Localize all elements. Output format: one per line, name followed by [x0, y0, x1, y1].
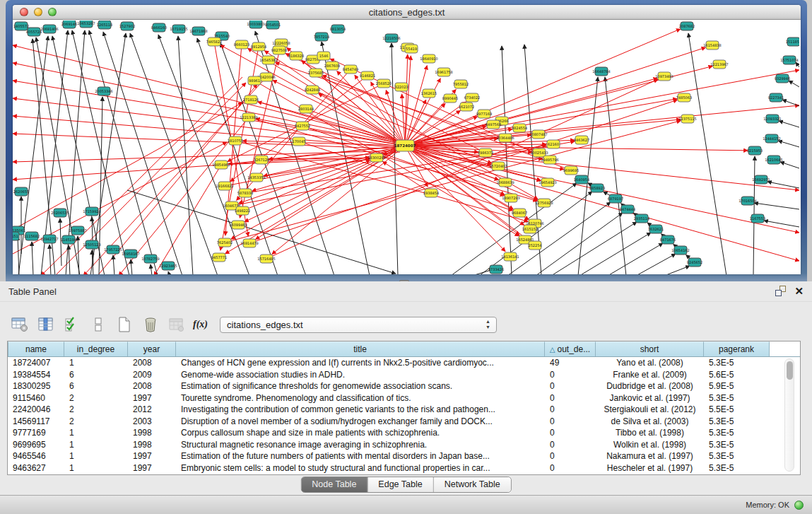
graph-edge[interactable]: [605, 77, 626, 274]
graph-node[interactable]: 10653287: [77, 21, 95, 28]
graph-node[interactable]: 10782759: [141, 255, 159, 263]
cell-title[interactable]: Disruption of a novel member of a sodium…: [176, 416, 545, 428]
graph-node[interactable]: 16154838: [703, 41, 721, 49]
table-row[interactable]: 977716911998Corpus callosum shape and si…: [8, 427, 800, 439]
graph-node[interactable]: 20053346: [95, 87, 112, 95]
graph-node[interactable]: 9977169: [476, 110, 492, 118]
graph-node[interactable]: 2620655: [13, 187, 29, 196]
cell-in_degree[interactable]: 1: [64, 357, 128, 369]
graph-node[interactable]: 7485063: [676, 93, 692, 102]
cell-out_degree[interactable]: 0: [545, 416, 596, 428]
graph-node[interactable]: 62160: [547, 140, 560, 148]
cell-title[interactable]: Genome-wide association studies in ADHD.: [176, 369, 545, 381]
column-header-name[interactable]: name: [8, 341, 64, 356]
graph-node[interactable]: 2375685: [308, 69, 324, 77]
graph-node[interactable]: 18300295: [367, 153, 385, 162]
graph-node[interactable]: 16099469: [229, 221, 247, 229]
cell-short[interactable]: Jankovic et al. (1997): [596, 392, 704, 404]
graph-edge[interactable]: [60, 218, 61, 266]
graph-node[interactable]: 9242848: [305, 86, 320, 94]
graph-edge[interactable]: [779, 121, 799, 127]
graph-node[interactable]: 9684067: [512, 209, 527, 217]
graph-edge[interactable]: [608, 243, 663, 274]
cell-name[interactable]: 22420046: [8, 404, 64, 416]
graph-node[interactable]: 9054501: [265, 21, 281, 29]
graph-node[interactable]: 7986372: [478, 148, 493, 157]
cell-title[interactable]: Corpus callosum shape and size in male p…: [176, 427, 545, 439]
table-row[interactable]: 911546021997Tourette syndrome. Phenomeno…: [8, 392, 800, 404]
graph-node[interactable]: 8990445: [442, 94, 458, 103]
cell-year[interactable]: 1998: [128, 427, 176, 439]
graph-node[interactable]: 1265118: [97, 21, 112, 29]
column-header-short[interactable]: short: [596, 341, 704, 356]
graph-node[interactable]: 8186328: [288, 52, 304, 60]
graph-node[interactable]: 9463627: [574, 136, 589, 144]
graph-node[interactable]: 1621072: [459, 103, 474, 111]
cell-pagerank[interactable]: 5.3E-5: [704, 439, 770, 451]
graph-node[interactable]: 15720407: [489, 162, 507, 170]
graph-node[interactable]: 12756928: [535, 199, 553, 207]
cell-name[interactable]: 9699695: [8, 439, 64, 451]
table-row[interactable]: 946554611997Estimation of the future num…: [8, 450, 800, 462]
cell-out_degree[interactable]: 0: [545, 369, 596, 381]
network-window-titlebar[interactable]: citations_edges.txt: [13, 5, 801, 20]
cell-year[interactable]: 2008: [128, 380, 176, 392]
cell-title[interactable]: Investigating the contribution of common…: [176, 404, 545, 416]
table-selector-dropdown[interactable]: citations_edges.txt ▲▼: [220, 317, 497, 333]
graph-node[interactable]: 20364486: [496, 134, 514, 142]
graph-node[interactable]: 18640910: [420, 54, 437, 63]
graph-node[interactable]: 10688639: [496, 178, 514, 187]
cell-short[interactable]: Franke et al. (2009): [596, 369, 704, 381]
cell-name[interactable]: 9777169: [8, 427, 64, 439]
minimize-window-button[interactable]: [34, 8, 42, 16]
function-builder-icon[interactable]: f(x): [193, 319, 208, 330]
row-selection-icon[interactable]: [62, 315, 82, 334]
graph-edge[interactable]: [664, 266, 690, 274]
graph-node[interactable]: 15716485: [257, 255, 275, 263]
graph-node[interactable]: 9227341: [768, 93, 784, 102]
column-header-out_degree[interactable]: △out_de...: [545, 341, 596, 356]
graph-node[interactable]: 12375115: [678, 115, 696, 123]
graph-edge[interactable]: [131, 259, 132, 274]
cell-title[interactable]: Estimation of significance thresholds fo…: [176, 380, 545, 392]
cell-name[interactable]: 19384554: [8, 369, 64, 381]
network-canvas-area[interactable]: 1405572405572420691406206914610653287126…: [13, 21, 801, 274]
graph-node[interactable]: 19854962: [212, 160, 230, 169]
graph-node[interactable]: 1115682: [24, 232, 40, 240]
delete-table-icon[interactable]: [141, 315, 160, 334]
cell-name[interactable]: 9463627: [8, 462, 64, 474]
graph-node[interactable]: 14353354: [247, 173, 265, 182]
graph-edge[interactable]: [178, 36, 193, 274]
graph-edge[interactable]: [405, 54, 408, 146]
graph-node[interactable]: 10975887: [69, 226, 86, 235]
graph-node[interactable]: 7632621: [648, 225, 664, 233]
cell-pagerank[interactable]: 5.3E-5: [704, 462, 770, 474]
cell-name[interactable]: 18300295: [8, 380, 64, 392]
graph-node[interactable]: 12444152: [763, 134, 780, 143]
graph-node[interactable]: 19654923: [539, 178, 556, 187]
graph-edge[interactable]: [789, 81, 799, 87]
graph-node[interactable]: 1640954: [574, 175, 589, 184]
graph-node[interactable]: 16545382: [259, 56, 277, 64]
graph-edge[interactable]: [258, 102, 405, 146]
graph-node[interactable]: 9457771: [211, 253, 227, 262]
table-row[interactable]: 946362711997Embryonic stem cells: a mode…: [8, 462, 800, 474]
cell-year[interactable]: 1997: [128, 462, 176, 474]
vertical-scrollbar[interactable]: [784, 358, 794, 472]
graph-node[interactable]: 1733426: [488, 265, 504, 274]
graph-edge[interactable]: [782, 100, 799, 106]
graph-node[interactable]: 12218506: [382, 34, 400, 42]
graph-node[interactable]: 12093321: [763, 115, 781, 123]
graph-edge[interactable]: [405, 29, 681, 146]
table-row[interactable]: 1830029562008Estimation of significance …: [8, 380, 800, 392]
cell-title[interactable]: Estimation of the future numbers of pati…: [176, 450, 545, 462]
graph-node[interactable]: 8466160: [151, 23, 167, 32]
table-row[interactable]: 2242004622012Investigating the contribut…: [8, 404, 800, 416]
float-panel-icon[interactable]: [775, 286, 786, 296]
graph-edge[interactable]: [249, 100, 678, 243]
attribute-table[interactable]: namein_degreeyeartitle△out_de...shortpag…: [7, 341, 801, 475]
graph-node[interactable]: 8427552: [295, 122, 310, 130]
graph-edge[interactable]: [168, 271, 170, 274]
graph-node[interactable]: 12213389: [240, 113, 257, 122]
graph-node[interactable]: 16210645: [765, 156, 782, 164]
